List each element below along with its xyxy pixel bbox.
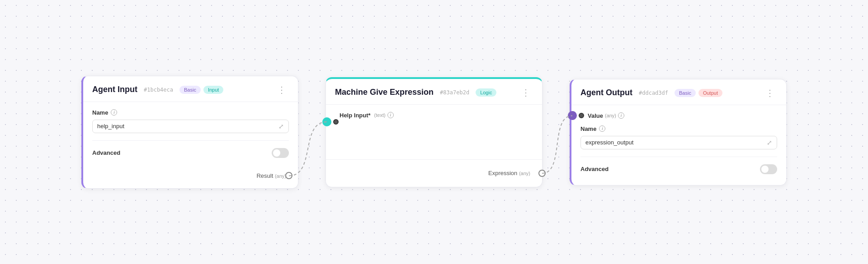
expression-port-type: (any) [519, 171, 530, 176]
value-port-label: Value [588, 112, 603, 119]
output-advanced-toggle[interactable] [760, 164, 777, 174]
name-info-icon: i [111, 109, 117, 116]
agent-input-menu-button[interactable]: ⋮ [274, 84, 289, 95]
machine-give-expression-menu-button[interactable]: ⋮ [519, 87, 533, 98]
output-advanced-label: Advanced [580, 166, 609, 172]
agent-output-menu-button[interactable]: ⋮ [763, 88, 777, 98]
result-port-type: (any) [275, 173, 286, 179]
expression-section: Expression (any) [326, 160, 542, 187]
value-info-icon: i [618, 112, 624, 119]
help-input-section: Help Input* (text) i [326, 105, 542, 160]
agent-input-title: Agent Input [92, 85, 137, 94]
badge-basic: Basic [179, 86, 201, 94]
expression-port-label: Expression [488, 170, 517, 176]
value-port-type: (any) [605, 113, 616, 118]
result-port-dot[interactable] [285, 172, 292, 179]
badge-logic: Logic [476, 88, 496, 97]
machine-give-expression-title: Machine Give Expression [335, 88, 434, 97]
name-external-link-icon[interactable]: ⤢ [278, 123, 284, 130]
agent-output-badges: Basic Output [675, 89, 758, 97]
agent-input-card: Agent Input #1bcb4eca Basic Input ⋮ Name… [81, 76, 298, 189]
advanced-toggle[interactable] [272, 148, 289, 158]
machine-give-expression-header: Machine Give Expression #83a7eb2d Logic … [326, 79, 542, 105]
agent-input-header: Agent Input #1bcb4eca Basic Input ⋮ [83, 76, 298, 102]
help-input-label-row: Help Input* (text) i [340, 112, 533, 119]
name-input-field[interactable]: help_input ⤢ [92, 120, 289, 133]
help-input-port-type: (text) [374, 112, 386, 118]
agent-output-title: Agent Output [580, 88, 632, 97]
badge-output: Output [698, 89, 722, 97]
machine-give-expression-card: Machine Give Expression #83a7eb2d Logic … [326, 77, 542, 187]
agent-output-id: #ddcad3df [639, 90, 668, 96]
agent-input-badges: Basic Input [179, 86, 270, 94]
help-input-info-icon: i [387, 112, 394, 118]
value-port-row: Value (any) i [580, 112, 777, 119]
agent-output-body: Value (any) i Name i expression_output ⤢… [571, 105, 786, 185]
output-name-info-icon: i [599, 125, 605, 132]
output-name-input-value: expression_output [585, 139, 767, 146]
agent-output-header: Agent Output #ddcad3df Basic Output ⋮ [571, 79, 786, 105]
machine-give-expression-badges: Logic [476, 88, 514, 97]
advanced-row: Advanced [92, 146, 289, 160]
name-field-label: Name i [92, 109, 289, 116]
result-port-label: Result [256, 172, 273, 179]
advanced-label: Advanced [92, 149, 120, 156]
help-input-textarea[interactable] [340, 123, 533, 150]
name-input-value: help_input [97, 123, 278, 130]
value-inner-dot [579, 113, 584, 118]
value-port-dot[interactable] [568, 111, 577, 120]
help-input-port-left[interactable] [322, 117, 331, 128]
expression-port-dot[interactable] [538, 170, 546, 177]
agent-output-card: Agent Output #ddcad3df Basic Output ⋮ Va… [570, 79, 787, 185]
output-advanced-row: Advanced [580, 162, 777, 176]
output-divider [580, 157, 777, 157]
agent-input-id: #1bcb4eca [144, 87, 173, 93]
output-name-field-label: Name i [580, 125, 777, 132]
badge-basic-output: Basic [675, 89, 696, 97]
output-name-input-field[interactable]: expression_output ⤢ [580, 136, 777, 149]
output-name-external-link-icon[interactable]: ⤢ [767, 139, 772, 146]
divider-1 [92, 140, 289, 141]
machine-give-expression-body: Help Input* (text) i Expression (any) [326, 105, 542, 187]
machine-give-expression-id: #83a7eb2d [440, 89, 469, 96]
agent-input-body: Name i help_input ⤢ Advanced Result (an [83, 102, 298, 188]
badge-input: Input [203, 86, 223, 94]
help-input-port-label: Help Input* [340, 112, 371, 119]
help-input-inner-dot [333, 119, 339, 125]
